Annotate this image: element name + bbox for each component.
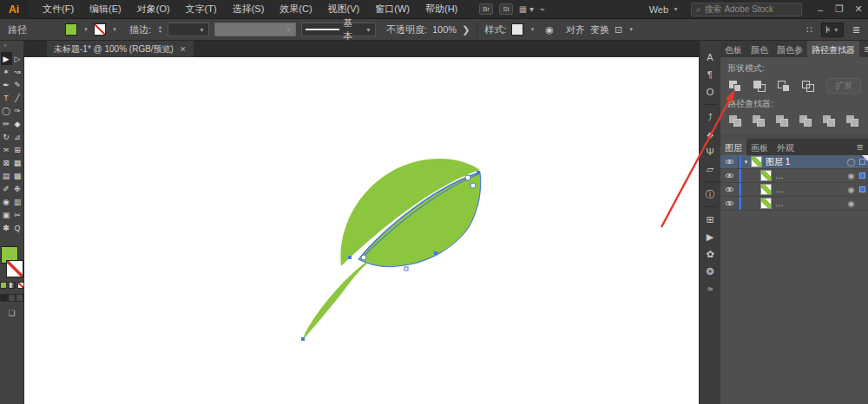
opentype-panel-icon[interactable]: O <box>700 83 721 101</box>
panel-list-icon[interactable]: ≣ <box>852 24 860 36</box>
handle-point[interactable] <box>361 255 366 260</box>
symbols-panel-icon[interactable]: ♣ <box>700 126 721 143</box>
document-setup-icon[interactable]: ◉ <box>545 24 554 36</box>
selection-indicator[interactable] <box>857 186 868 192</box>
restore-button[interactable]: ❐ <box>830 0 849 19</box>
magic-wand-tool[interactable]: ✶ <box>1 65 12 78</box>
layer-row[interactable]: …◉ <box>720 183 868 197</box>
handle-point[interactable] <box>465 175 470 180</box>
layer-name[interactable]: … <box>775 185 845 194</box>
menu-edit[interactable]: 编辑(E) <box>82 0 129 18</box>
layer-name[interactable]: 图层 1 <box>766 156 845 168</box>
artboards-panel-icon[interactable]: ▱ <box>700 160 721 178</box>
toolbar-collapse-button[interactable]: » <box>0 41 10 50</box>
transform-panel-icon[interactable]: ⊞ <box>700 211 721 228</box>
info-panel-icon[interactable]: ⓘ <box>700 186 721 203</box>
hand-panel-icon[interactable]: Ψ <box>700 143 721 160</box>
crop-button[interactable] <box>798 114 815 128</box>
gradient-button[interactable] <box>9 282 16 289</box>
stroke-panel-icon[interactable]: ≈ <box>700 280 721 297</box>
color-button[interactable] <box>0 282 7 289</box>
draw-inside-button[interactable] <box>16 294 23 302</box>
intersect-button[interactable] <box>776 79 793 94</box>
panel-menu-icon[interactable]: ≣ <box>852 139 868 155</box>
none-button[interactable] <box>17 282 24 289</box>
exclude-button[interactable] <box>800 79 818 94</box>
outline-button[interactable] <box>821 114 838 128</box>
chevron-down-icon[interactable]: ▼ <box>83 27 89 32</box>
graphic-style-swatch[interactable] <box>511 23 523 36</box>
eyedropper-tool[interactable]: ✐ <box>1 182 12 195</box>
arrange-windows-icon[interactable]: ∷ <box>806 24 812 36</box>
close-button[interactable]: ✕ <box>849 0 868 19</box>
menu-help[interactable]: 帮助(H) <box>418 0 465 18</box>
workspace-panel-switcher[interactable]: ⊧▼ <box>821 23 844 37</box>
artboard-tool[interactable]: ▣ <box>1 208 12 221</box>
pen-tool[interactable]: ✒ <box>1 78 12 91</box>
layer-thumbnail[interactable] <box>751 156 762 167</box>
fill-color-swatch[interactable] <box>65 23 77 36</box>
close-icon[interactable]: ✕ <box>180 45 187 54</box>
brushes-panel-icon[interactable]: ❂ <box>700 263 721 280</box>
pencil-tool[interactable]: ✏ <box>1 117 12 130</box>
target-icon[interactable]: ◯ <box>845 158 857 166</box>
visibility-toggle[interactable] <box>720 155 739 168</box>
minimize-button[interactable]: – <box>811 0 830 19</box>
chevron-down-icon[interactable]: ▼ <box>628 27 634 32</box>
layer-row[interactable]: ▼图层 1◯ <box>720 155 868 169</box>
anchor-point[interactable] <box>348 256 352 259</box>
menu-view[interactable]: 视图(V) <box>320 0 368 18</box>
actions-panel-icon[interactable]: ▶ <box>700 228 721 245</box>
export-panel-icon[interactable]: ⤴ <box>700 108 721 126</box>
paintbrush-tool[interactable]: ✑ <box>12 104 23 117</box>
anchor-point[interactable] <box>434 251 437 255</box>
target-icon[interactable]: ◉ <box>845 199 857 208</box>
slice-tool[interactable]: ✂ <box>12 208 23 221</box>
stock-search-input[interactable]: ⌕ 搜索 Adobe Stock <box>691 3 802 16</box>
stroke-color-swatch[interactable] <box>94 23 106 36</box>
type-tool[interactable]: T <box>1 91 12 104</box>
layer-name[interactable]: … <box>775 171 845 180</box>
layer-row[interactable]: …◉ <box>720 197 868 211</box>
merge-button[interactable] <box>774 114 792 128</box>
panel-menu-icon[interactable]: ≣ <box>859 41 868 57</box>
minus-back-button[interactable] <box>845 114 862 128</box>
minus-front-button[interactable] <box>752 79 769 94</box>
anchor-point-hollow[interactable] <box>404 267 408 270</box>
bridge-icon[interactable]: Br <box>479 3 493 15</box>
blend-tool[interactable]: ◉ <box>1 195 12 208</box>
chevron-down-icon[interactable]: ▼ <box>112 27 117 32</box>
line-segment-tool[interactable]: ╱ <box>12 91 23 104</box>
rotate-tool[interactable]: ↻ <box>1 130 12 143</box>
arrange-documents-icon[interactable]: ▦ ▾ <box>519 4 534 14</box>
isolate-icon[interactable]: ⊡ <box>615 24 622 36</box>
symbol-sprayer-tool[interactable]: ❉ <box>12 182 23 195</box>
tab-layers[interactable]: 图层 <box>720 139 746 155</box>
menu-effect[interactable]: 效果(C) <box>272 0 319 18</box>
selection-tool[interactable]: ▶ <box>1 52 12 65</box>
workspace-switcher[interactable]: Web ▼ <box>649 4 679 15</box>
draw-normal-button[interactable] <box>0 294 8 302</box>
tab-pathfinder[interactable]: 路径查找器 <box>807 41 859 57</box>
hand-tool[interactable]: ✽ <box>1 221 12 234</box>
trim-button[interactable] <box>751 114 768 128</box>
chevron-right-icon[interactable]: ❯ <box>462 24 470 36</box>
perspective-grid-tool[interactable]: ▦ <box>12 156 23 169</box>
paragraph-panel-icon[interactable]: ¶ <box>700 66 721 83</box>
graphic-styles-panel-icon[interactable]: ✿ <box>700 245 721 263</box>
stroke-none-swatch[interactable] <box>6 260 23 277</box>
ellipse-tool[interactable]: ◯ <box>1 104 12 117</box>
visibility-toggle[interactable] <box>720 169 739 182</box>
gradient-tool[interactable]: ▩ <box>12 169 23 182</box>
tab-artboards[interactable]: 画板 <box>746 139 773 155</box>
divide-button[interactable] <box>727 114 745 128</box>
visibility-toggle[interactable] <box>720 197 739 210</box>
opacity-value[interactable]: 100% <box>432 24 457 35</box>
stock-icon[interactable]: St <box>499 3 513 15</box>
layer-name[interactable]: … <box>775 199 845 208</box>
menu-object[interactable]: 对象(O) <box>129 0 178 18</box>
zoom-tool[interactable]: Q <box>12 221 23 234</box>
align-button[interactable]: 对齐 <box>566 23 585 36</box>
menu-window[interactable]: 窗口(W) <box>367 0 418 18</box>
menu-select[interactable]: 选择(S) <box>225 0 273 18</box>
